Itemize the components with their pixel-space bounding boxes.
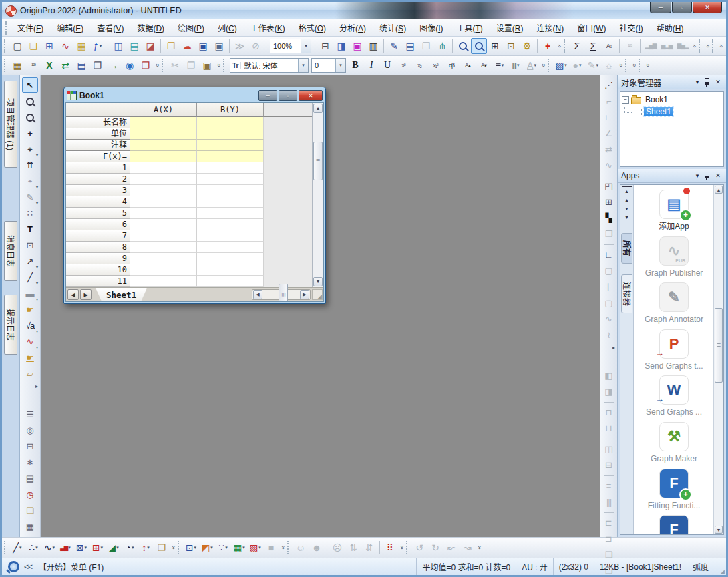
apps-tab-all[interactable]: 所有: [621, 233, 632, 264]
toolbar-overflow-button[interactable]: »: [552, 43, 567, 50]
data-cursor-button[interactable]: ⇈: [22, 158, 38, 173]
menu-绘图[interactable]: 绘图(P): [171, 20, 211, 35]
change-mask-color-button[interactable]: ☹: [329, 540, 345, 556]
import-excel-button[interactable]: X: [41, 57, 57, 73]
row-stats-chart-button[interactable]: ▅▂▅: [659, 38, 675, 54]
3d-bar-plot-button[interactable]: ⊡▾: [183, 540, 199, 556]
statistics-on-rows-button[interactable]: Σ: [585, 38, 601, 54]
clone-import-button[interactable]: ❐: [89, 57, 106, 73]
arrow-tool-button[interactable]: ↗▾: [22, 254, 38, 269]
distribute-horizontal-button[interactable]: ≡: [601, 478, 617, 494]
scroll-up-icon[interactable]: ▲: [622, 196, 632, 204]
dropdown-arrow-icon[interactable]: ▾: [85, 545, 87, 550]
stop-execution-button[interactable]: ⊘: [248, 38, 264, 54]
save-as-button[interactable]: ▣: [211, 38, 227, 54]
app-item-graph-maker[interactable]: ⚒Graph Maker: [642, 422, 706, 465]
app-item-add-app[interactable]: ▤+添加App: [642, 190, 706, 232]
pin-icon[interactable]: [705, 172, 709, 178]
toolbar-expand-button[interactable]: ▸: [612, 345, 615, 351]
table-cell[interactable]: [197, 230, 264, 242]
tab-project-explorer[interactable]: 项目管理器 (1): [4, 81, 17, 168]
significance-bracket-button[interactable]: ∗: [22, 455, 38, 470]
book1-titlebar[interactable]: Book1 ─ ▫ ✕: [65, 89, 324, 102]
menu-工具[interactable]: 工具(T): [449, 20, 489, 35]
open-from-cloud-button[interactable]: ☁: [179, 38, 195, 54]
row-header[interactable]: 11: [66, 276, 130, 287]
save-project-button[interactable]: ▣: [195, 38, 211, 54]
scroll-right-button[interactable]: ▶: [300, 290, 309, 299]
scroll-up-button[interactable]: ▲: [715, 186, 723, 194]
line-symbol-plot-button[interactable]: ∿▾: [41, 540, 57, 556]
uniform-height-button[interactable]: ⊐: [601, 531, 617, 546]
dropdown-arrow-icon[interactable]: ▾: [19, 545, 22, 550]
table-cell[interactable]: [197, 264, 264, 276]
menu-设置[interactable]: 设置(R): [490, 20, 530, 35]
horizontal-scrollbar[interactable]: ◀ ☰ ▶: [252, 289, 311, 300]
greek-symbols-button[interactable]: αβ: [443, 57, 460, 73]
move-data-points-button[interactable]: ⇅: [345, 540, 361, 556]
line-tool-button[interactable]: ╱▾: [22, 270, 38, 285]
book1-close-button[interactable]: ✕: [299, 90, 323, 101]
toolbar-grip[interactable]: [4, 541, 7, 554]
pin-icon[interactable]: [705, 78, 709, 85]
table-cell[interactable]: [130, 242, 197, 253]
row-header[interactable]: 5: [66, 208, 130, 219]
italic-button[interactable]: I: [363, 57, 379, 73]
toolbar-overflow-button[interactable]: »: [701, 43, 715, 50]
table-cell[interactable]: [130, 208, 197, 219]
row-header[interactable]: 2: [66, 174, 130, 185]
row-header[interactable]: 单位: [66, 128, 130, 140]
dropdown-arrow-icon[interactable]: ▾: [116, 545, 119, 550]
menu-图像[interactable]: 图像(I): [413, 20, 449, 35]
align-right-objects-button[interactable]: ◨: [601, 384, 617, 399]
toolbar-overflow-button[interactable]: »: [714, 43, 727, 50]
dropdown-arrow-icon[interactable]: ▾: [258, 545, 261, 550]
box-plot-button[interactable]: ⊞▾: [89, 540, 106, 556]
dropdown-arrow-icon[interactable]: ▾: [101, 545, 104, 550]
start-menu-search-icon[interactable]: [8, 561, 19, 572]
table-cell[interactable]: [130, 140, 197, 151]
copy-button[interactable]: ❐: [183, 57, 199, 73]
rescale-to-show-all-button[interactable]: ∿: [601, 158, 617, 173]
toolbar-overflow-button[interactable]: »: [276, 544, 291, 552]
row-header[interactable]: 4: [66, 196, 130, 208]
app-item-graph-publisher[interactable]: ∿PUBGraph Publisher: [642, 236, 706, 279]
zoom-out-tool-button[interactable]: [22, 110, 38, 125]
window-resize-grip[interactable]: ◢: [714, 558, 726, 575]
tab-message-log[interactable]: 消息日志: [4, 221, 17, 281]
menu-统计[interactable]: 统计(S): [373, 20, 413, 35]
dropdown-arrow-icon[interactable]: ▾: [36, 152, 38, 157]
table-cell[interactable]: [197, 196, 264, 208]
edit-page-button[interactable]: ✎: [386, 38, 402, 54]
table-cell[interactable]: [130, 151, 197, 162]
minimize-button[interactable]: ─: [650, 2, 671, 13]
app-item-graph-annotator[interactable]: ✎Graph Annotator: [642, 282, 706, 325]
new-legend-button[interactable]: ☰: [22, 407, 38, 422]
dropdown-arrow-icon[interactable]: ▾: [147, 545, 150, 550]
dropdown-arrow-icon[interactable]: ▾: [242, 545, 245, 550]
export-video-button[interactable]: ▥: [365, 38, 381, 54]
import-multiple-ascii-button[interactable]: ▤: [73, 57, 89, 73]
menu-分析[interactable]: 分析(A): [333, 20, 373, 35]
table-cell[interactable]: [197, 174, 264, 185]
toolbar-overflow-button[interactable]: »: [627, 62, 642, 69]
object-manager-header[interactable]: 对象管理器 ▾ ✕: [618, 75, 726, 89]
run-labtalk-button[interactable]: ≫: [232, 38, 248, 54]
scroll-down-button[interactable]: ▼: [313, 277, 323, 286]
annotation-tool-button[interactable]: ⊡: [22, 238, 38, 253]
worksheet-notes-button[interactable]: ▤: [22, 471, 38, 486]
layout-overlap-panel-button[interactable]: ❐: [601, 226, 617, 242]
spline-axis-button[interactable]: ∿: [601, 311, 617, 327]
dropdown-arrow-icon[interactable]: ▾: [517, 63, 520, 68]
bring-to-front-button[interactable]: ❏: [601, 547, 617, 562]
table-cell[interactable]: [130, 230, 197, 242]
tree-item-book1[interactable]: − Book1: [622, 93, 722, 106]
panel-close-button[interactable]: ✕: [713, 172, 723, 179]
table-cell[interactable]: [130, 185, 197, 196]
polar-plot-button[interactable]: ◔▾: [122, 540, 138, 556]
table-cell[interactable]: [130, 276, 197, 287]
web-connector-button[interactable]: ◉: [122, 57, 138, 73]
scroll-down-icon[interactable]: ▼: [622, 204, 632, 213]
multi-panel-plot-button[interactable]: ⊠▾: [73, 540, 89, 556]
toolbar-overflow-button[interactable]: »: [212, 62, 226, 69]
